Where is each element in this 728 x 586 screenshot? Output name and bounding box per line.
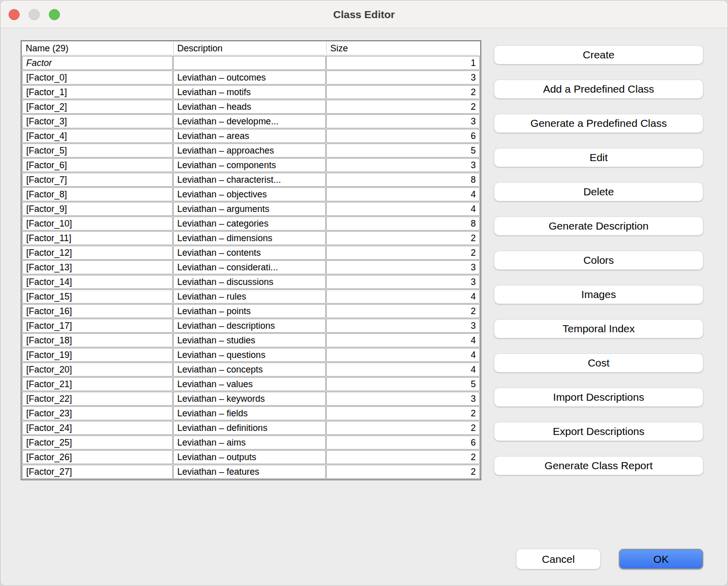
- column-header-size[interactable]: Size: [326, 42, 480, 55]
- action-button-generate-description[interactable]: Generate Description: [494, 216, 703, 236]
- table-row[interactable]: [Factor_24]Leviathan – definitions2: [22, 421, 480, 435]
- table-row[interactable]: [Factor_13]Leviathan – considerati...3: [22, 260, 480, 274]
- table-row[interactable]: [Factor_26]Leviathan – outputs2: [22, 450, 480, 464]
- cell-description: Leviathan – points: [173, 304, 326, 318]
- table-row[interactable]: [Factor_20]Leviathan – concepts4: [22, 362, 480, 377]
- table-row[interactable]: [Factor_0]Leviathan – outcomes3: [22, 70, 480, 85]
- column-header-name[interactable]: Name (29): [22, 42, 173, 55]
- cell-description: Leviathan – considerati...: [173, 260, 326, 274]
- cell-description: Leviathan – approaches: [173, 143, 326, 158]
- cell-description: Leviathan – keywords: [173, 392, 326, 406]
- cell-description: Leviathan – components: [173, 158, 326, 172]
- cell-size: 5: [326, 143, 480, 158]
- cell-name: [Factor_25]: [22, 435, 173, 450]
- cell-size: 3: [326, 275, 480, 289]
- cell-size: 4: [326, 362, 480, 377]
- action-button-temporal-index[interactable]: Temporal Index: [494, 319, 703, 338]
- table-row[interactable]: [Factor_22]Leviathan – keywords3: [22, 392, 480, 406]
- action-button-generate-a-predefined-class[interactable]: Generate a Predefined Class: [494, 114, 703, 133]
- cell-description: Leviathan – motifs: [173, 85, 326, 99]
- table-row[interactable]: [Factor_25]Leviathan – aims6: [22, 435, 480, 450]
- table-row[interactable]: [Factor_27]Leviathan – features2: [22, 465, 480, 479]
- titlebar[interactable]: Class Editor: [1, 1, 727, 28]
- cell-description: Leviathan – categories: [173, 216, 326, 231]
- cell-description: Leviathan – arguments: [173, 202, 326, 216]
- cell-name: [Factor_1]: [22, 85, 173, 99]
- cell-name: [Factor_3]: [22, 114, 173, 128]
- action-button-create[interactable]: Create: [494, 45, 703, 64]
- cell-description: Leviathan – descriptions: [173, 319, 326, 333]
- table-row[interactable]: [Factor_3]Leviathan – developme...3: [22, 114, 480, 128]
- cell-size: 3: [326, 392, 480, 406]
- table-row[interactable]: [Factor_23]Leviathan – fields2: [22, 406, 480, 420]
- cell-size: 3: [326, 70, 480, 85]
- table-row[interactable]: [Factor_12]Leviathan – contents2: [22, 246, 480, 260]
- table-row[interactable]: [Factor_19]Leviathan – questions4: [22, 348, 480, 362]
- table-row[interactable]: [Factor_11]Leviathan – dimensions2: [22, 231, 480, 245]
- class-table-body: Factor1[Factor_0]Leviathan – outcomes3[F…: [22, 56, 480, 479]
- column-header-description[interactable]: Description: [173, 42, 326, 55]
- cell-size: 4: [326, 202, 480, 216]
- cell-name: [Factor_16]: [22, 304, 173, 318]
- action-button-export-descriptions[interactable]: Export Descriptions: [494, 422, 703, 441]
- cell-description: Leviathan – developme...: [173, 114, 326, 128]
- cell-size: 8: [326, 173, 480, 187]
- cell-description: Leviathan – features: [173, 465, 326, 479]
- window-title: Class Editor: [1, 1, 727, 28]
- table-row[interactable]: [Factor_6]Leviathan – components3: [22, 158, 480, 172]
- table-row[interactable]: [Factor_14]Leviathan – discussions3: [22, 275, 480, 289]
- cell-size: 2: [326, 421, 480, 435]
- cell-size: 4: [326, 289, 480, 304]
- cell-size: 3: [326, 260, 480, 274]
- table-row[interactable]: [Factor_9]Leviathan – arguments4: [22, 202, 480, 216]
- action-button-colors[interactable]: Colors: [494, 251, 703, 270]
- table-row[interactable]: [Factor_8]Leviathan – objectives4: [22, 187, 480, 201]
- cell-name: [Factor_17]: [22, 319, 173, 333]
- table-row[interactable]: [Factor_2]Leviathan – heads2: [22, 100, 480, 114]
- cell-size: 2: [326, 406, 480, 420]
- action-button-panel: CreateAdd a Predefined ClassGenerate a P…: [494, 45, 703, 490]
- class-table: Name (29) Description Size Factor1[Facto…: [21, 40, 481, 480]
- cell-description: Leviathan – areas: [173, 129, 326, 143]
- cell-name: [Factor_13]: [22, 260, 173, 274]
- table-header-row: Name (29) Description Size: [22, 42, 480, 55]
- ok-button[interactable]: OK: [619, 549, 703, 569]
- table-row[interactable]: Factor1: [22, 56, 480, 70]
- table-row[interactable]: [Factor_18]Leviathan – studies4: [22, 333, 480, 347]
- cell-name: [Factor_15]: [22, 289, 173, 304]
- cell-name: [Factor_21]: [22, 377, 173, 391]
- action-button-generate-class-report[interactable]: Generate Class Report: [494, 456, 703, 475]
- table-row[interactable]: [Factor_10]Leviathan – categories8: [22, 216, 480, 231]
- cell-size: 1: [326, 56, 480, 70]
- table-row[interactable]: [Factor_17]Leviathan – descriptions3: [22, 319, 480, 333]
- action-button-delete[interactable]: Delete: [494, 182, 703, 201]
- cell-description: Leviathan – characterist...: [173, 173, 326, 187]
- cell-name: [Factor_10]: [22, 216, 173, 231]
- cell-name: [Factor_18]: [22, 333, 173, 347]
- cancel-button[interactable]: Cancel: [516, 549, 601, 569]
- action-button-edit[interactable]: Edit: [494, 148, 703, 167]
- cell-description: Leviathan – fields: [173, 406, 326, 420]
- cell-description: Leviathan – studies: [173, 333, 326, 347]
- table-row[interactable]: [Factor_15]Leviathan – rules4: [22, 289, 480, 304]
- action-button-add-a-predefined-class[interactable]: Add a Predefined Class: [494, 80, 703, 99]
- action-button-import-descriptions[interactable]: Import Descriptions: [494, 388, 703, 407]
- cell-name: [Factor_26]: [22, 450, 173, 464]
- cell-name: Factor: [22, 56, 173, 70]
- action-button-cost[interactable]: Cost: [494, 353, 703, 373]
- table-row[interactable]: [Factor_21]Leviathan – values5: [22, 377, 480, 391]
- cell-description: Leviathan – outcomes: [173, 70, 326, 85]
- cell-name: [Factor_23]: [22, 406, 173, 420]
- cell-name: [Factor_6]: [22, 158, 173, 172]
- action-button-images[interactable]: Images: [494, 285, 703, 304]
- table-row[interactable]: [Factor_1]Leviathan – motifs2: [22, 85, 480, 99]
- cell-name: [Factor_20]: [22, 362, 173, 377]
- cell-name: [Factor_0]: [22, 70, 173, 85]
- table-row[interactable]: [Factor_7]Leviathan – characterist...8: [22, 173, 480, 187]
- table-row[interactable]: [Factor_4]Leviathan – areas6: [22, 129, 480, 143]
- cell-name: [Factor_19]: [22, 348, 173, 362]
- cell-name: [Factor_4]: [22, 129, 173, 143]
- table-row[interactable]: [Factor_16]Leviathan – points2: [22, 304, 480, 318]
- cell-description: Leviathan – definitions: [173, 421, 326, 435]
- table-row[interactable]: [Factor_5]Leviathan – approaches5: [22, 143, 480, 158]
